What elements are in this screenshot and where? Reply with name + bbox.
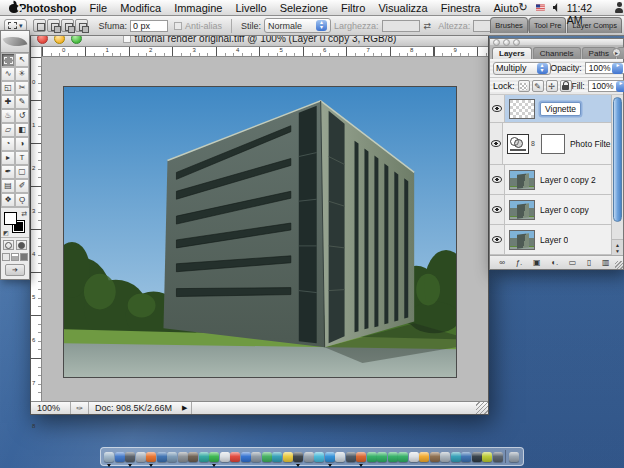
move-tool[interactable]: ↖	[15, 53, 29, 67]
palette-titlebar[interactable]	[490, 39, 623, 46]
zoom-tool[interactable]: Ǫ	[15, 193, 29, 207]
slice-tool[interactable]: ✂	[15, 81, 29, 95]
visibility-toggle[interactable]	[490, 195, 505, 224]
subtract-selection-button[interactable]	[61, 19, 74, 32]
clone-stamp-tool[interactable]: ♨	[1, 109, 15, 123]
image-building-render[interactable]	[63, 86, 457, 378]
horizontal-ruler[interactable]: 0123456789	[42, 47, 488, 57]
style-popup[interactable]: Normale ▴▾	[264, 18, 331, 33]
new-adjustment-layer-icon[interactable]: ◐.	[551, 258, 558, 268]
palette-resize-grip[interactable]	[615, 261, 623, 269]
dock-icon-3[interactable]	[136, 452, 146, 462]
blend-mode-select[interactable]: Multiply ▴▾	[493, 62, 551, 75]
layers-scrollbar[interactable]: ▲▼	[611, 95, 623, 255]
blur-tool[interactable]: ◔	[1, 137, 15, 151]
vertical-ruler[interactable]: 012345678	[31, 47, 42, 401]
menu-clock[interactable]: Fri 11:42 AM	[567, 0, 607, 26]
dock-icon-26[interactable]	[377, 452, 387, 462]
scrollbar-thumb[interactable]	[613, 97, 622, 222]
rectangular-marquee-tool[interactable]	[1, 53, 15, 67]
window-resize-grip[interactable]	[476, 402, 488, 414]
opacity-field[interactable]: 100% ▸	[585, 62, 624, 74]
fullscreen-button[interactable]	[20, 253, 28, 261]
dock-icon-9[interactable]	[199, 452, 209, 462]
dock-icon-29[interactable]	[409, 452, 419, 462]
magic-wand-tool[interactable]: ✳	[15, 67, 29, 81]
lock-image-button[interactable]: ✎	[532, 80, 544, 92]
dock-trash-icon[interactable]	[509, 452, 519, 462]
swap-dimensions-icon[interactable]: ⇄	[424, 21, 432, 31]
standard-mode-button[interactable]	[3, 240, 14, 250]
dock-icon-11[interactable]	[220, 452, 230, 462]
menu-modifica[interactable]: Modifica	[120, 2, 161, 14]
healing-brush-tool[interactable]: ✚	[1, 95, 15, 109]
dock-icon-35[interactable]	[472, 452, 482, 462]
add-layer-mask-icon[interactable]: ▣	[533, 258, 541, 268]
toolbox-header[interactable]	[1, 31, 29, 53]
dock-icon-32[interactable]	[440, 452, 450, 462]
dock-icon-36[interactable]	[482, 452, 492, 462]
menu-livello[interactable]: Livello	[235, 2, 266, 14]
dock-icon-33[interactable]	[451, 452, 461, 462]
visibility-toggle[interactable]	[490, 165, 505, 194]
brush-tool[interactable]: ✎	[15, 95, 29, 109]
lock-position-button[interactable]: ✢	[546, 80, 558, 92]
tab-paths[interactable]: Paths	[582, 47, 616, 59]
tab-layers[interactable]: Layers	[492, 47, 532, 59]
default-colors-icon[interactable]: ◩	[3, 229, 9, 236]
user-account-icon[interactable]	[614, 2, 621, 13]
dock-icon-31[interactable]	[430, 452, 440, 462]
dock-icon-25[interactable]	[367, 452, 377, 462]
canvas-area[interactable]	[42, 57, 488, 401]
intersect-selection-button[interactable]	[75, 19, 88, 32]
lasso-tool[interactable]: ∿	[1, 67, 15, 81]
scrollbar-arrows[interactable]: ▲▼	[612, 239, 623, 255]
gradient-tool[interactable]: ◧	[15, 123, 29, 137]
dock-icon-7[interactable]	[178, 452, 188, 462]
menu-immagine[interactable]: Immagine	[174, 2, 222, 14]
dock-icon-21[interactable]	[325, 452, 335, 462]
dock-icon-20[interactable]	[314, 452, 324, 462]
dock-icon-2[interactable]	[125, 452, 135, 462]
swap-colors-icon[interactable]: ⇄	[21, 210, 27, 218]
hand-tool[interactable]: ❖	[1, 193, 15, 207]
dock-icon-23[interactable]	[346, 452, 356, 462]
dock-icon-5[interactable]	[157, 452, 167, 462]
dock-icon-22[interactable]	[335, 452, 345, 462]
eyedropper-tool[interactable]: ✐	[15, 179, 29, 193]
delete-layer-icon[interactable]: ▥	[602, 258, 610, 268]
layer-row-vignette[interactable]: Vignette	[490, 95, 623, 123]
add-selection-button[interactable]	[47, 19, 60, 32]
dock-icon-30[interactable]	[419, 452, 429, 462]
dock-icon-37[interactable]	[493, 452, 503, 462]
dock-icon-24[interactable]	[356, 452, 366, 462]
history-brush-tool[interactable]: ↺	[15, 109, 29, 123]
standard-screen-button[interactable]	[2, 253, 10, 261]
visibility-toggle[interactable]	[490, 95, 505, 122]
keyboard-flag-icon[interactable]	[536, 3, 545, 12]
menu-finestra[interactable]: Finestra	[441, 2, 481, 14]
visibility-toggle[interactable]	[490, 225, 505, 254]
zoom-level-field[interactable]: 100%	[31, 402, 71, 414]
pen-tool[interactable]: ✒	[1, 165, 15, 179]
new-selection-button[interactable]	[33, 19, 46, 32]
layer-row-layer-0-copy-2[interactable]: Layer 0 copy 2	[490, 165, 623, 195]
menu-filtro[interactable]: Filtro	[341, 2, 365, 14]
layer-row-layer-0[interactable]: Layer 0	[490, 225, 623, 255]
crop-tool[interactable]: ◱	[1, 81, 15, 95]
new-layer-icon[interactable]: ▯	[587, 258, 591, 268]
feather-input[interactable]	[130, 20, 168, 32]
menu-aiuto[interactable]: Aiuto	[493, 2, 518, 14]
dock-icon-18[interactable]	[293, 452, 303, 462]
dock-icon-1[interactable]	[115, 452, 125, 462]
fill-field[interactable]: 100% ▸	[588, 80, 624, 92]
dock-icon-34[interactable]	[461, 452, 471, 462]
lock-all-button[interactable]	[560, 80, 572, 92]
jump-to-imageready-button[interactable]: ➔	[5, 264, 25, 276]
dock-icon-4[interactable]	[146, 452, 156, 462]
dock-icon-6[interactable]	[167, 452, 177, 462]
width-input[interactable]	[382, 20, 420, 32]
dock-icon-28[interactable]	[398, 452, 408, 462]
antialias-checkbox[interactable]	[174, 22, 182, 30]
visibility-toggle[interactable]	[490, 123, 503, 164]
